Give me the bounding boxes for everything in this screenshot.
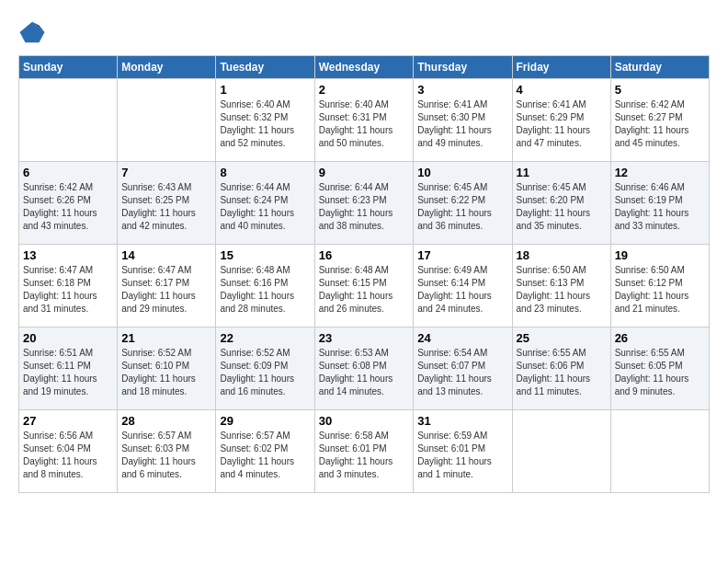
day-number: 3: [417, 83, 507, 97]
day-number: 15: [220, 248, 310, 262]
day-info: Sunrise: 6:54 AM Sunset: 6:07 PM Dayligh…: [417, 347, 507, 398]
calendar-cell: 1Sunrise: 6:40 AM Sunset: 6:32 PM Daylig…: [216, 79, 314, 162]
day-info: Sunrise: 6:50 AM Sunset: 6:13 PM Dayligh…: [517, 264, 607, 316]
calendar-cell: 2Sunrise: 6:40 AM Sunset: 6:31 PM Daylig…: [314, 79, 414, 162]
day-info: Sunrise: 6:43 AM Sunset: 6:25 PM Dayligh…: [121, 181, 211, 233]
calendar-cell: 25Sunrise: 6:55 AM Sunset: 6:06 PM Dayli…: [512, 327, 610, 410]
calendar-week-row: 13Sunrise: 6:47 AM Sunset: 6:18 PM Dayli…: [19, 245, 710, 327]
day-number: 2: [319, 83, 410, 97]
calendar-week-row: 6Sunrise: 6:42 AM Sunset: 6:26 PM Daylig…: [19, 162, 710, 245]
calendar-cell: 17Sunrise: 6:49 AM Sunset: 6:14 PM Dayli…: [414, 245, 512, 327]
day-number: 5: [615, 83, 705, 97]
weekday-header: Tuesday: [216, 56, 314, 79]
day-number: 23: [319, 331, 410, 345]
day-info: Sunrise: 6:52 AM Sunset: 6:09 PM Dayligh…: [220, 347, 310, 398]
day-info: Sunrise: 6:47 AM Sunset: 6:18 PM Dayligh…: [23, 264, 113, 316]
calendar-cell: 5Sunrise: 6:42 AM Sunset: 6:27 PM Daylig…: [610, 79, 709, 162]
weekday-header: Saturday: [610, 56, 709, 79]
day-info: Sunrise: 6:44 AM Sunset: 6:23 PM Dayligh…: [319, 181, 410, 233]
day-number: 4: [517, 83, 607, 97]
day-info: Sunrise: 6:42 AM Sunset: 6:26 PM Dayligh…: [23, 181, 113, 233]
day-info: Sunrise: 6:41 AM Sunset: 6:29 PM Dayligh…: [517, 98, 607, 150]
day-info: Sunrise: 6:55 AM Sunset: 6:06 PM Dayligh…: [517, 347, 607, 398]
day-number: 9: [319, 166, 410, 179]
calendar-cell: 11Sunrise: 6:45 AM Sunset: 6:20 PM Dayli…: [512, 162, 610, 245]
day-info: Sunrise: 6:58 AM Sunset: 6:01 PM Dayligh…: [319, 430, 410, 481]
day-number: 28: [121, 414, 211, 428]
weekday-header: Friday: [512, 56, 610, 79]
day-number: 8: [220, 166, 310, 179]
calendar-cell: 31Sunrise: 6:59 AM Sunset: 6:01 PM Dayli…: [414, 410, 512, 493]
calendar-cell: 8Sunrise: 6:44 AM Sunset: 6:24 PM Daylig…: [216, 162, 314, 245]
day-number: 14: [121, 248, 211, 262]
calendar-cell: 7Sunrise: 6:43 AM Sunset: 6:25 PM Daylig…: [118, 162, 216, 245]
calendar-header: SundayMondayTuesdayWednesdayThursdayFrid…: [19, 56, 710, 79]
calendar-cell: 24Sunrise: 6:54 AM Sunset: 6:07 PM Dayli…: [414, 327, 512, 410]
day-info: Sunrise: 6:49 AM Sunset: 6:14 PM Dayligh…: [417, 264, 507, 316]
calendar-cell: 12Sunrise: 6:46 AM Sunset: 6:19 PM Dayli…: [610, 162, 709, 245]
logo: [18, 18, 50, 46]
calendar-cell: 18Sunrise: 6:50 AM Sunset: 6:13 PM Dayli…: [512, 245, 610, 327]
day-number: 1: [220, 83, 310, 97]
calendar-body: 1Sunrise: 6:40 AM Sunset: 6:32 PM Daylig…: [19, 79, 710, 493]
day-info: Sunrise: 6:46 AM Sunset: 6:19 PM Dayligh…: [615, 181, 705, 233]
day-info: Sunrise: 6:51 AM Sunset: 6:11 PM Dayligh…: [23, 347, 113, 398]
day-number: 12: [615, 166, 705, 179]
day-info: Sunrise: 6:48 AM Sunset: 6:16 PM Dayligh…: [220, 264, 310, 316]
day-number: 6: [23, 166, 113, 179]
calendar-cell: 21Sunrise: 6:52 AM Sunset: 6:10 PM Dayli…: [118, 327, 216, 410]
page-header: [18, 18, 710, 46]
calendar-cell: 23Sunrise: 6:53 AM Sunset: 6:08 PM Dayli…: [314, 327, 414, 410]
day-number: 20: [23, 331, 113, 345]
day-info: Sunrise: 6:47 AM Sunset: 6:17 PM Dayligh…: [121, 264, 211, 316]
calendar-cell: 14Sunrise: 6:47 AM Sunset: 6:17 PM Dayli…: [118, 245, 216, 327]
calendar-cell: 26Sunrise: 6:55 AM Sunset: 6:05 PM Dayli…: [610, 327, 709, 410]
day-info: Sunrise: 6:53 AM Sunset: 6:08 PM Dayligh…: [319, 347, 410, 398]
day-info: Sunrise: 6:48 AM Sunset: 6:15 PM Dayligh…: [319, 264, 410, 316]
calendar-cell: 13Sunrise: 6:47 AM Sunset: 6:18 PM Dayli…: [19, 245, 118, 327]
calendar-cell: [512, 410, 610, 493]
calendar-cell: 16Sunrise: 6:48 AM Sunset: 6:15 PM Dayli…: [314, 245, 414, 327]
day-number: 18: [517, 248, 607, 262]
day-number: 7: [121, 166, 211, 179]
day-info: Sunrise: 6:42 AM Sunset: 6:27 PM Dayligh…: [615, 98, 705, 150]
calendar-cell: 19Sunrise: 6:50 AM Sunset: 6:12 PM Dayli…: [610, 245, 709, 327]
calendar-week-row: 1Sunrise: 6:40 AM Sunset: 6:32 PM Daylig…: [19, 79, 710, 162]
day-info: Sunrise: 6:45 AM Sunset: 6:22 PM Dayligh…: [417, 181, 507, 233]
calendar-cell: 9Sunrise: 6:44 AM Sunset: 6:23 PM Daylig…: [314, 162, 414, 245]
day-number: 31: [417, 414, 507, 428]
calendar-cell: 6Sunrise: 6:42 AM Sunset: 6:26 PM Daylig…: [19, 162, 118, 245]
calendar-cell: [118, 79, 216, 162]
day-number: 27: [23, 414, 113, 428]
day-info: Sunrise: 6:52 AM Sunset: 6:10 PM Dayligh…: [121, 347, 211, 398]
calendar-cell: 20Sunrise: 6:51 AM Sunset: 6:11 PM Dayli…: [19, 327, 118, 410]
day-number: 25: [517, 331, 607, 345]
calendar-table: SundayMondayTuesdayWednesdayThursdayFrid…: [18, 55, 710, 493]
day-number: 16: [319, 248, 410, 262]
calendar-cell: 30Sunrise: 6:58 AM Sunset: 6:01 PM Dayli…: [314, 410, 414, 493]
calendar-cell: 29Sunrise: 6:57 AM Sunset: 6:02 PM Dayli…: [216, 410, 314, 493]
day-info: Sunrise: 6:55 AM Sunset: 6:05 PM Dayligh…: [615, 347, 705, 398]
calendar-cell: [610, 410, 709, 493]
calendar-cell: 4Sunrise: 6:41 AM Sunset: 6:29 PM Daylig…: [512, 79, 610, 162]
day-number: 13: [23, 248, 113, 262]
day-info: Sunrise: 6:59 AM Sunset: 6:01 PM Dayligh…: [417, 430, 507, 481]
day-info: Sunrise: 6:50 AM Sunset: 6:12 PM Dayligh…: [615, 264, 705, 316]
day-info: Sunrise: 6:40 AM Sunset: 6:32 PM Dayligh…: [220, 98, 310, 150]
day-info: Sunrise: 6:44 AM Sunset: 6:24 PM Dayligh…: [220, 181, 310, 233]
day-info: Sunrise: 6:40 AM Sunset: 6:31 PM Dayligh…: [319, 98, 410, 150]
calendar-week-row: 27Sunrise: 6:56 AM Sunset: 6:04 PM Dayli…: [19, 410, 710, 493]
day-info: Sunrise: 6:56 AM Sunset: 6:04 PM Dayligh…: [23, 430, 113, 481]
day-number: 21: [121, 331, 211, 345]
calendar-week-row: 20Sunrise: 6:51 AM Sunset: 6:11 PM Dayli…: [19, 327, 710, 410]
calendar-cell: 27Sunrise: 6:56 AM Sunset: 6:04 PM Dayli…: [19, 410, 118, 493]
day-info: Sunrise: 6:57 AM Sunset: 6:03 PM Dayligh…: [121, 430, 211, 481]
day-number: 30: [319, 414, 410, 428]
calendar-cell: [19, 79, 118, 162]
calendar-cell: 15Sunrise: 6:48 AM Sunset: 6:16 PM Dayli…: [216, 245, 314, 327]
calendar-cell: 22Sunrise: 6:52 AM Sunset: 6:09 PM Dayli…: [216, 327, 314, 410]
day-info: Sunrise: 6:45 AM Sunset: 6:20 PM Dayligh…: [517, 181, 607, 233]
weekday-header: Thursday: [414, 56, 512, 79]
day-number: 29: [220, 414, 310, 428]
weekday-header: Sunday: [19, 56, 118, 79]
